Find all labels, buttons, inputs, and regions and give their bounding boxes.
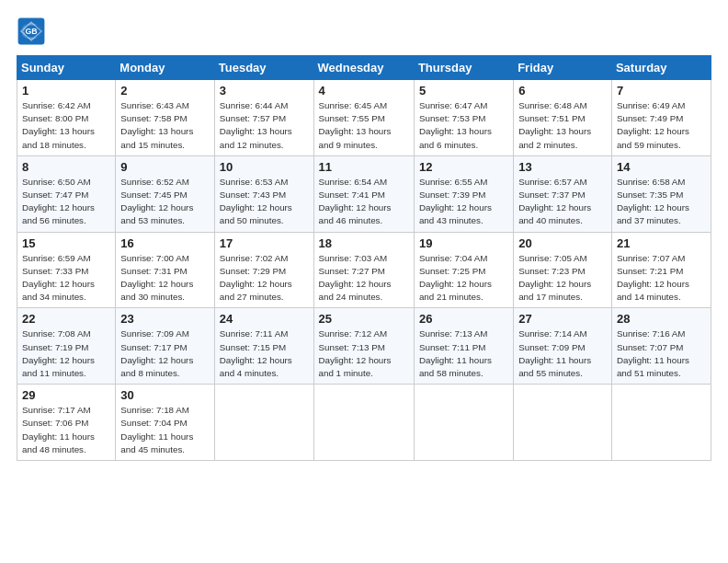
day-number: 10: [220, 160, 309, 174]
calendar-cell: 24Sunrise: 7:11 AMSunset: 7:15 PMDayligh…: [214, 308, 313, 385]
calendar-cell: 15Sunrise: 6:59 AMSunset: 7:33 PMDayligh…: [17, 232, 116, 308]
day-info: Sunrise: 7:13 AMSunset: 7:11 PMDaylight:…: [419, 327, 508, 380]
calendar-header-row: SundayMondayTuesdayWednesdayThursdayFrid…: [17, 56, 711, 80]
day-number: 26: [419, 312, 508, 326]
calendar-cell: 4Sunrise: 6:45 AMSunset: 7:55 PMDaylight…: [313, 80, 414, 156]
weekday-header: Tuesday: [214, 56, 313, 80]
day-number: 15: [22, 236, 110, 250]
day-info: Sunrise: 6:47 AMSunset: 7:53 PMDaylight:…: [419, 99, 508, 152]
calendar-cell: 20Sunrise: 7:05 AMSunset: 7:23 PMDayligh…: [514, 232, 612, 308]
day-info: Sunrise: 6:55 AMSunset: 7:39 PMDaylight:…: [419, 176, 508, 228]
calendar-cell: [514, 385, 612, 461]
day-number: 22: [22, 312, 110, 326]
day-info: Sunrise: 7:07 AMSunset: 7:21 PMDaylight:…: [617, 252, 706, 304]
calendar-cell: 7Sunrise: 6:49 AMSunset: 7:49 PMDaylight…: [611, 80, 711, 156]
day-number: 18: [319, 236, 409, 250]
day-info: Sunrise: 7:03 AMSunset: 7:27 PMDaylight:…: [319, 252, 409, 304]
weekday-header: Friday: [514, 56, 612, 80]
day-number: 30: [120, 388, 209, 402]
weekday-header: Wednesday: [313, 56, 414, 80]
weekday-header: Thursday: [414, 56, 513, 80]
calendar-cell: 30Sunrise: 7:18 AMSunset: 7:04 PMDayligh…: [116, 385, 214, 461]
calendar-cell: [313, 385, 414, 461]
day-number: 3: [220, 84, 309, 98]
day-number: 1: [22, 84, 110, 98]
day-info: Sunrise: 6:53 AMSunset: 7:43 PMDaylight:…: [220, 176, 309, 228]
day-info: Sunrise: 7:02 AMSunset: 7:29 PMDaylight:…: [220, 252, 309, 304]
day-info: Sunrise: 6:54 AMSunset: 7:41 PMDaylight:…: [319, 176, 409, 228]
day-number: 17: [220, 236, 309, 250]
calendar-week-row: 15Sunrise: 6:59 AMSunset: 7:33 PMDayligh…: [17, 232, 711, 308]
calendar-cell: 17Sunrise: 7:02 AMSunset: 7:29 PMDayligh…: [214, 232, 313, 308]
logo: GB: [17, 17, 51, 46]
day-info: Sunrise: 6:52 AMSunset: 7:45 PMDaylight:…: [120, 176, 209, 228]
svg-text:GB: GB: [25, 27, 37, 36]
calendar-cell: 2Sunrise: 6:43 AMSunset: 7:58 PMDaylight…: [116, 80, 214, 156]
day-number: 11: [319, 160, 409, 174]
day-number: 21: [617, 236, 706, 250]
day-number: 16: [120, 236, 209, 250]
calendar-cell: 14Sunrise: 6:58 AMSunset: 7:35 PMDayligh…: [611, 155, 711, 232]
calendar-cell: 12Sunrise: 6:55 AMSunset: 7:39 PMDayligh…: [414, 155, 513, 232]
calendar-cell: 13Sunrise: 6:57 AMSunset: 7:37 PMDayligh…: [514, 155, 612, 232]
calendar-cell: 16Sunrise: 7:00 AMSunset: 7:31 PMDayligh…: [116, 232, 214, 308]
day-number: 28: [617, 312, 706, 326]
calendar-cell: 6Sunrise: 6:48 AMSunset: 7:51 PMDaylight…: [514, 80, 612, 156]
calendar-cell: [414, 385, 513, 461]
day-info: Sunrise: 7:14 AMSunset: 7:09 PMDaylight:…: [518, 327, 607, 380]
day-number: 5: [419, 84, 508, 98]
day-info: Sunrise: 6:57 AMSunset: 7:37 PMDaylight:…: [518, 176, 607, 228]
calendar-cell: [611, 385, 711, 461]
day-number: 29: [22, 388, 110, 402]
calendar-cell: 23Sunrise: 7:09 AMSunset: 7:17 PMDayligh…: [116, 308, 214, 385]
day-number: 20: [518, 236, 607, 250]
day-info: Sunrise: 6:49 AMSunset: 7:49 PMDaylight:…: [617, 99, 706, 152]
day-info: Sunrise: 6:58 AMSunset: 7:35 PMDaylight:…: [617, 176, 706, 228]
day-number: 2: [120, 84, 209, 98]
day-info: Sunrise: 7:18 AMSunset: 7:04 PMDaylight:…: [120, 404, 209, 456]
calendar-cell: 3Sunrise: 6:44 AMSunset: 7:57 PMDaylight…: [214, 80, 313, 156]
weekday-header: Saturday: [611, 56, 711, 80]
calendar-cell: 21Sunrise: 7:07 AMSunset: 7:21 PMDayligh…: [611, 232, 711, 308]
day-info: Sunrise: 6:45 AMSunset: 7:55 PMDaylight:…: [319, 99, 409, 152]
header: GB: [17, 17, 711, 46]
calendar-cell: 5Sunrise: 6:47 AMSunset: 7:53 PMDaylight…: [414, 80, 513, 156]
weekday-header: Sunday: [17, 56, 116, 80]
day-info: Sunrise: 6:48 AMSunset: 7:51 PMDaylight:…: [518, 99, 607, 152]
day-info: Sunrise: 6:59 AMSunset: 7:33 PMDaylight:…: [22, 252, 110, 304]
calendar-table: SundayMondayTuesdayWednesdayThursdayFrid…: [17, 55, 711, 461]
logo-icon: GB: [17, 17, 46, 46]
day-number: 23: [120, 312, 209, 326]
day-number: 27: [518, 312, 607, 326]
calendar-cell: 28Sunrise: 7:16 AMSunset: 7:07 PMDayligh…: [611, 308, 711, 385]
day-info: Sunrise: 7:11 AMSunset: 7:15 PMDaylight:…: [220, 327, 309, 380]
calendar-cell: 18Sunrise: 7:03 AMSunset: 7:27 PMDayligh…: [313, 232, 414, 308]
calendar-week-row: 29Sunrise: 7:17 AMSunset: 7:06 PMDayligh…: [17, 385, 711, 461]
day-number: 13: [518, 160, 607, 174]
day-number: 12: [419, 160, 508, 174]
day-number: 8: [22, 160, 110, 174]
calendar-cell: 11Sunrise: 6:54 AMSunset: 7:41 PMDayligh…: [313, 155, 414, 232]
day-info: Sunrise: 7:17 AMSunset: 7:06 PMDaylight:…: [22, 404, 110, 456]
calendar-cell: 26Sunrise: 7:13 AMSunset: 7:11 PMDayligh…: [414, 308, 513, 385]
calendar-cell: 19Sunrise: 7:04 AMSunset: 7:25 PMDayligh…: [414, 232, 513, 308]
calendar-cell: 29Sunrise: 7:17 AMSunset: 7:06 PMDayligh…: [17, 385, 116, 461]
day-number: 6: [518, 84, 607, 98]
day-number: 4: [319, 84, 409, 98]
day-info: Sunrise: 6:50 AMSunset: 7:47 PMDaylight:…: [22, 176, 110, 228]
day-info: Sunrise: 7:12 AMSunset: 7:13 PMDaylight:…: [319, 327, 409, 380]
day-info: Sunrise: 7:05 AMSunset: 7:23 PMDaylight:…: [518, 252, 607, 304]
calendar-cell: 8Sunrise: 6:50 AMSunset: 7:47 PMDaylight…: [17, 155, 116, 232]
day-info: Sunrise: 6:43 AMSunset: 7:58 PMDaylight:…: [120, 99, 209, 152]
day-number: 25: [319, 312, 409, 326]
day-info: Sunrise: 6:44 AMSunset: 7:57 PMDaylight:…: [220, 99, 309, 152]
calendar-cell: 25Sunrise: 7:12 AMSunset: 7:13 PMDayligh…: [313, 308, 414, 385]
day-info: Sunrise: 7:08 AMSunset: 7:19 PMDaylight:…: [22, 327, 110, 380]
calendar-week-row: 22Sunrise: 7:08 AMSunset: 7:19 PMDayligh…: [17, 308, 711, 385]
calendar-cell: [214, 385, 313, 461]
day-number: 7: [617, 84, 706, 98]
day-info: Sunrise: 7:16 AMSunset: 7:07 PMDaylight:…: [617, 327, 706, 380]
day-info: Sunrise: 7:04 AMSunset: 7:25 PMDaylight:…: [419, 252, 508, 304]
calendar-cell: 1Sunrise: 6:42 AMSunset: 8:00 PMDaylight…: [17, 80, 116, 156]
calendar-cell: 10Sunrise: 6:53 AMSunset: 7:43 PMDayligh…: [214, 155, 313, 232]
